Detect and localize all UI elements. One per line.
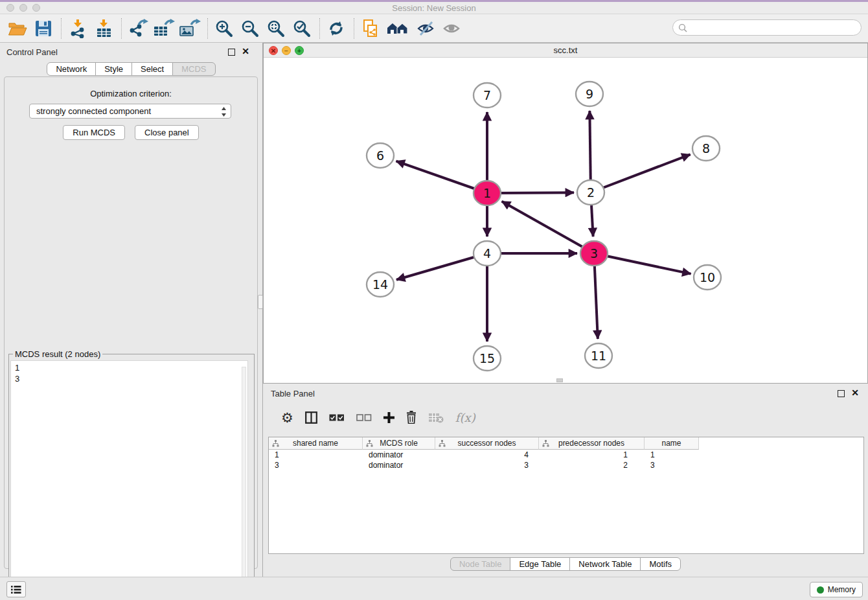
table-settings-button[interactable]: ⚙ — [281, 411, 293, 424]
mcds-result-item[interactable]: 1 — [15, 362, 247, 373]
network-close-button[interactable]: ✕ — [269, 46, 278, 55]
hide-selected-button[interactable] — [415, 17, 437, 40]
table-row[interactable]: 1 dominator 4 1 1 — [269, 450, 863, 460]
delete-table-icon — [428, 412, 444, 423]
column-header-predecessor-nodes[interactable]: predecessor nodes — [539, 437, 645, 450]
import-table-button[interactable] — [93, 17, 115, 40]
eye-icon — [442, 20, 462, 37]
delete-table-button[interactable] — [428, 412, 444, 423]
select-stepper-icon — [221, 106, 227, 119]
column-header-name[interactable]: name — [645, 437, 699, 450]
network-graph[interactable]: 1234678910111415 — [264, 58, 867, 383]
table-tabs: Node Table Edge Table Network Table Moti… — [263, 557, 868, 571]
tab-network-table[interactable]: Network Table — [569, 557, 641, 571]
cell-mcds-role[interactable]: dominator — [363, 450, 435, 460]
close-table-panel-icon[interactable]: ✕ — [851, 387, 859, 398]
clone-network-button[interactable] — [360, 17, 382, 40]
select-all-rows-button[interactable] — [329, 414, 345, 421]
search-input[interactable] — [672, 19, 862, 36]
close-panel-button[interactable]: Close panel — [135, 125, 199, 140]
column-label: predecessor nodes — [558, 439, 624, 448]
network-canvas[interactable]: 1234678910111415 — [264, 58, 867, 383]
mcds-result-item[interactable]: 3 — [15, 373, 247, 384]
tab-motifs[interactable]: Motifs — [640, 557, 681, 571]
zoom-in-button[interactable] — [213, 17, 235, 40]
cell-successor-nodes[interactable]: 3 — [435, 460, 539, 470]
import-network-button[interactable] — [67, 17, 89, 40]
save-session-button[interactable] — [32, 17, 54, 40]
minimize-window-button[interactable] — [19, 4, 27, 12]
cell-name[interactable]: 1 — [645, 450, 699, 460]
graph-edge-3-10[interactable] — [594, 253, 691, 274]
show-all-button[interactable] — [441, 17, 463, 40]
run-mcds-button[interactable]: Run MCDS — [63, 125, 125, 140]
network-window-titlebar[interactable]: ✕ − + scc.txt — [264, 43, 867, 58]
open-file-button[interactable] — [6, 17, 29, 40]
export-network-button[interactable] — [127, 17, 149, 40]
first-neighbors-button[interactable] — [385, 17, 411, 40]
zoom-out-button[interactable] — [239, 17, 261, 40]
panel-splitter-handle[interactable] — [258, 295, 263, 309]
graph-edge-2-8[interactable] — [591, 154, 691, 192]
cell-name[interactable]: 3 — [645, 460, 699, 470]
table-row[interactable]: 3 dominator 3 2 3 — [269, 460, 863, 470]
control-panel-title: Control Panel — [6, 47, 58, 57]
zoom-selected-button[interactable] — [291, 17, 313, 40]
export-table-button[interactable] — [153, 17, 175, 40]
zoom-window-button[interactable] — [32, 4, 40, 12]
graph-edge-3-1[interactable] — [502, 202, 594, 253]
float-panel-icon[interactable] — [228, 49, 235, 56]
result-scrollbar[interactable] — [242, 367, 246, 596]
cell-shared-name[interactable]: 3 — [269, 460, 363, 470]
checked-boxes-icon — [329, 414, 345, 421]
create-column-button[interactable] — [383, 412, 394, 423]
cell-predecessor-nodes[interactable]: 2 — [539, 460, 645, 470]
hierarchy-icon — [272, 440, 279, 447]
tab-network[interactable]: Network — [47, 62, 96, 76]
task-history-button[interactable] — [6, 581, 26, 597]
tab-node-table[interactable]: Node Table — [450, 557, 511, 571]
network-minimize-button[interactable]: − — [282, 46, 291, 55]
deselect-all-rows-button[interactable] — [356, 414, 372, 421]
status-bar: Memory — [0, 577, 868, 600]
tab-select[interactable]: Select — [131, 62, 173, 76]
control-panel-header: Control Panel ✕ — [0, 43, 262, 61]
column-visibility-button[interactable] — [305, 411, 317, 424]
gear-icon: ⚙ — [281, 411, 293, 424]
clone-network-icon — [361, 19, 380, 38]
columns-icon — [305, 411, 317, 424]
canvas-scrollbar-thumb[interactable] — [556, 378, 563, 382]
column-header-successor-nodes[interactable]: successor nodes — [435, 437, 539, 450]
tab-edge-table[interactable]: Edge Table — [510, 557, 570, 571]
graph-node-label: 15 — [479, 351, 495, 365]
memory-button[interactable]: Memory — [810, 582, 863, 597]
cell-predecessor-nodes[interactable]: 1 — [539, 450, 645, 460]
cell-shared-name[interactable]: 1 — [269, 450, 363, 460]
mcds-result-list[interactable]: 1 3 — [10, 360, 248, 598]
function-builder-button[interactable]: f(x) — [455, 411, 475, 424]
close-window-button[interactable] — [6, 4, 14, 12]
export-image-button[interactable] — [179, 17, 201, 40]
zoom-fit-icon — [267, 19, 285, 38]
apply-layout-button[interactable] — [325, 17, 347, 40]
column-header-shared-name[interactable]: shared name — [269, 437, 363, 450]
graph-edge-1-6[interactable] — [396, 161, 487, 193]
cell-successor-nodes[interactable]: 4 — [435, 450, 539, 460]
mcds-tab-panel: Optimization criterion: strongly connect… — [4, 76, 258, 569]
zoom-fit-button[interactable] — [265, 17, 287, 40]
open-folder-icon — [8, 20, 27, 37]
close-panel-icon[interactable]: ✕ — [242, 46, 249, 56]
graph-node-label: 4 — [483, 246, 491, 260]
mcds-result-group: MCDS result (2 nodes) 1 3 — [8, 354, 255, 600]
column-header-mcds-role[interactable]: MCDS role — [363, 437, 435, 450]
save-icon — [35, 20, 52, 37]
tab-style[interactable]: Style — [95, 62, 132, 76]
table-header-row: shared name MCDS role successor nodes pr… — [269, 437, 863, 450]
criterion-select[interactable]: strongly connected component — [29, 104, 231, 119]
tab-mcds[interactable]: MCDS — [172, 62, 215, 76]
network-maximize-button[interactable]: + — [295, 46, 304, 55]
cell-mcds-role[interactable]: dominator — [363, 460, 435, 470]
float-table-panel-icon[interactable] — [838, 390, 845, 397]
node-table: shared name MCDS role successor nodes pr… — [268, 437, 864, 554]
delete-column-button[interactable] — [406, 411, 417, 424]
